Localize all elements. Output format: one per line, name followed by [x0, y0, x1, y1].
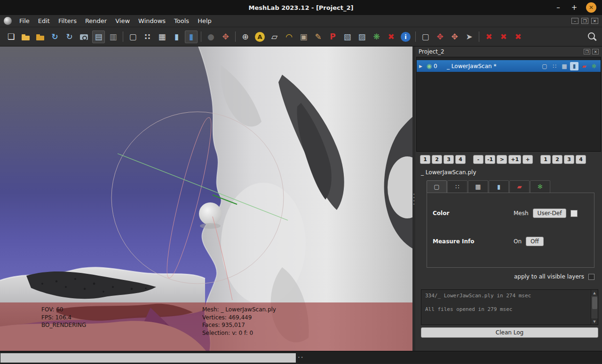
select-vertices-icon[interactable]: ▧ [341, 31, 354, 43]
select-rect-icon[interactable]: ▢ [419, 31, 432, 43]
expand-arrow-icon[interactable]: ▶ [419, 64, 425, 69]
color-mode-label[interactable]: Mesh [514, 210, 529, 217]
minimize-button[interactable]: – [554, 3, 562, 12]
layer-points-icon[interactable]: ∷ [550, 62, 559, 70]
layer-box-icon[interactable]: ▢ [540, 62, 549, 70]
tab-render-box[interactable]: ▢ [427, 180, 447, 193]
nav-button[interactable]: 4 [455, 155, 466, 164]
select-faces-icon[interactable]: ▨ [356, 31, 368, 43]
flat-shading-icon[interactable]: ▮ [170, 31, 183, 43]
nav-button[interactable]: 1 [540, 155, 551, 164]
reload-all-icon[interactable]: ↻ [63, 31, 76, 43]
smooth-shading-icon[interactable]: ▮ [185, 31, 198, 43]
toolbar-icon[interactable] [121, 31, 125, 43]
nav-button[interactable]: 3 [444, 155, 454, 164]
tab-solid[interactable]: ▮ [489, 180, 509, 193]
menu-file[interactable]: File [15, 15, 34, 27]
delete-selection-icon[interactable]: ✖ [385, 31, 397, 43]
scroll-thumb[interactable] [592, 297, 597, 309]
layer-solid-icon[interactable]: ▮ [570, 62, 578, 70]
manipulator-scale-icon[interactable]: ✥ [448, 31, 461, 43]
mdi-restore-button[interactable]: ❐ [581, 18, 588, 24]
nav-button[interactable]: - [473, 155, 483, 164]
menu-edit[interactable]: Edit [34, 15, 54, 27]
close-button[interactable]: ✕ [586, 2, 596, 13]
mdi-minimize-button[interactable]: – [571, 18, 578, 24]
status-message-area [0, 353, 296, 363]
layer-tree[interactable]: ▶ ◉ 0 _ LowerJawScan * ▢∷▦▮▰✻ [416, 57, 601, 152]
wireframe-mode-icon[interactable]: ▦ [156, 31, 168, 43]
nav-button[interactable]: > [497, 155, 507, 164]
dock-close-icon[interactable]: ✕ [592, 49, 599, 54]
tab-points[interactable]: ∷ [447, 180, 467, 193]
tab-decorations[interactable]: ✻ [530, 180, 550, 193]
menu-tools[interactable]: Tools [170, 15, 193, 27]
mdi-close-button[interactable]: ✕ [591, 18, 598, 24]
color-row: Color Mesh User-Def [433, 206, 588, 220]
nav-button[interactable]: +1 [508, 155, 521, 164]
tab-wireframe[interactable]: ▦ [468, 180, 488, 193]
nav-button[interactable]: -1 [485, 155, 495, 164]
viewport-3d[interactable]: FOV: 60FPS: 106.4BO_RENDERING Mesh: _ Lo… [0, 46, 412, 351]
layer-dialog-icon[interactable]: ▤ [92, 31, 105, 43]
menu-help[interactable]: Help [193, 15, 216, 27]
texture-stamp-icon[interactable]: ▣ [297, 31, 310, 43]
ambient-occlusion-icon[interactable]: A [255, 32, 265, 42]
decorators-icon[interactable]: ✥ [219, 31, 232, 43]
bbox-mode-icon[interactable]: ▢ [127, 31, 139, 43]
nav-button[interactable]: 4 [576, 155, 586, 164]
arrow-cursor-icon[interactable]: ➤ [463, 31, 475, 43]
user-def-button[interactable]: User-Def [533, 209, 567, 218]
visibility-eye-icon[interactable]: ◉ [425, 62, 434, 70]
layer-decorations-icon[interactable]: ✻ [590, 62, 598, 70]
log-scrollbar[interactable]: ▲ ▼ [591, 290, 598, 325]
menu-render[interactable]: Render [81, 15, 111, 27]
clean-log-button[interactable]: Clean Log [421, 327, 598, 338]
toolbar-icon[interactable] [413, 31, 418, 43]
nav-button[interactable]: + [523, 155, 533, 164]
search-icon[interactable] [586, 31, 598, 43]
maximize-button[interactable]: + [570, 3, 578, 12]
apply-all-checkbox[interactable] [588, 274, 594, 280]
zpainting-icon[interactable]: ✎ [312, 31, 325, 43]
dock-float-icon[interactable]: ❐ [584, 49, 590, 54]
snapshot-icon[interactable] [78, 31, 90, 43]
color-swatch[interactable] [570, 210, 578, 217]
measure-on-label[interactable]: On [514, 238, 522, 245]
tab-paint[interactable]: ▰ [509, 180, 530, 193]
manipulator-icon[interactable]: ✥ [434, 31, 446, 43]
align-tool-icon[interactable]: ❋ [370, 31, 383, 43]
toolbar-icon[interactable] [233, 31, 238, 43]
reload-mesh-icon[interactable]: ↻ [48, 31, 61, 43]
delete-mesh-icon[interactable]: ✖ [483, 31, 495, 43]
layer-row[interactable]: ▶ ◉ 0 _ LowerJawScan * ▢∷▦▮▰✻ [417, 60, 601, 72]
scroll-up-icon[interactable]: ▲ [591, 290, 598, 296]
delete-rasters-icon[interactable]: ✖ [512, 31, 524, 43]
scroll-down-icon[interactable]: ▼ [591, 318, 598, 325]
open-project-icon[interactable] [19, 31, 32, 43]
toolbar-icon[interactable] [477, 31, 481, 43]
dock-splitter[interactable] [412, 46, 415, 351]
raster-dialog-icon[interactable]: ▥ [107, 31, 119, 43]
toolbar-icon[interactable] [199, 31, 203, 43]
pickpoints-icon[interactable]: P [326, 31, 339, 43]
texture-mode-icon[interactable]: ● [205, 31, 217, 43]
menu-view[interactable]: View [111, 15, 134, 27]
light-toggle-icon[interactable]: ⊕ [239, 31, 252, 43]
nav-button[interactable]: 2 [432, 155, 442, 164]
layer-wireframe-icon[interactable]: ▦ [560, 62, 569, 70]
quality-histogram-icon[interactable]: ▱ [268, 31, 281, 43]
nav-button[interactable]: 2 [552, 155, 562, 164]
layer-paint-icon[interactable]: ▰ [580, 62, 588, 70]
menu-windows[interactable]: Windows [134, 15, 170, 27]
curvature-icon[interactable]: ◠ [283, 31, 295, 43]
menu-filters[interactable]: Filters [54, 15, 81, 27]
new-project-icon[interactable]: ❏ [5, 31, 17, 43]
points-mode-icon[interactable]: ∷ [141, 31, 154, 43]
info-icon[interactable]: i [401, 32, 411, 42]
nav-button[interactable]: 3 [564, 155, 574, 164]
save-project-icon[interactable] [34, 31, 47, 43]
measure-off-button[interactable]: Off [526, 237, 544, 246]
delete-all-meshes-icon[interactable]: ✖ [497, 31, 510, 43]
nav-button[interactable]: 1 [420, 155, 430, 164]
